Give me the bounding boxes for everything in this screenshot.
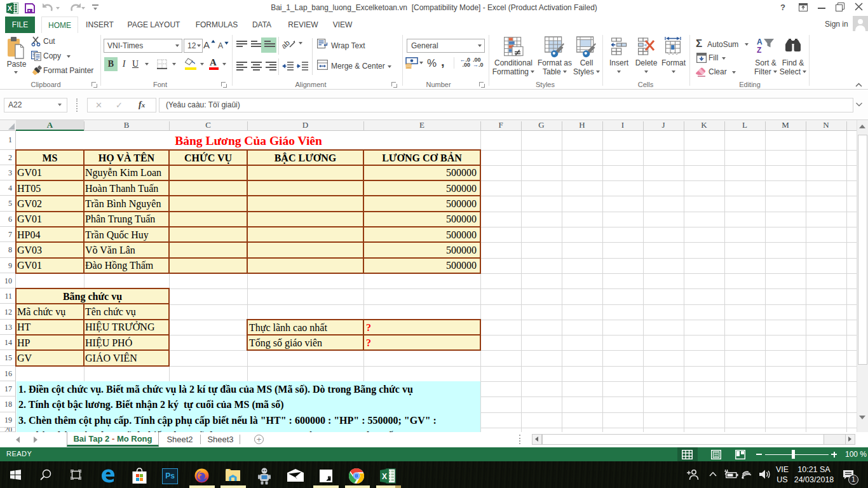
svg-text:A: A (757, 37, 763, 46)
svg-text:Z: Z (757, 46, 761, 54)
svg-text:ab: ab (282, 38, 292, 51)
svg-text:X: X (382, 472, 387, 481)
